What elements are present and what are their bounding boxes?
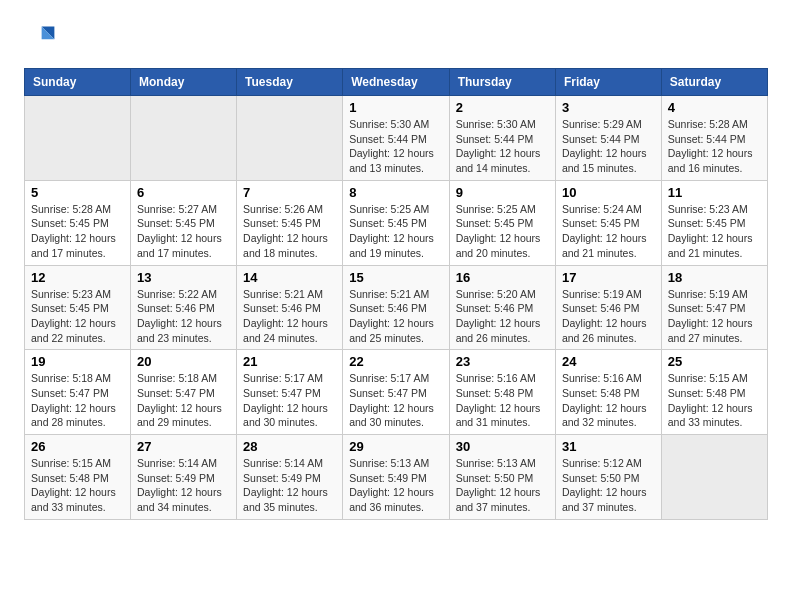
day-number: 9 <box>456 185 549 200</box>
day-info: Sunrise: 5:13 AM Sunset: 5:50 PM Dayligh… <box>456 456 549 515</box>
day-info: Sunrise: 5:16 AM Sunset: 5:48 PM Dayligh… <box>562 371 655 430</box>
calendar-cell: 4Sunrise: 5:28 AM Sunset: 5:44 PM Daylig… <box>661 96 767 181</box>
day-info: Sunrise: 5:23 AM Sunset: 5:45 PM Dayligh… <box>31 287 124 346</box>
day-info: Sunrise: 5:24 AM Sunset: 5:45 PM Dayligh… <box>562 202 655 261</box>
calendar-cell: 14Sunrise: 5:21 AM Sunset: 5:46 PM Dayli… <box>237 265 343 350</box>
calendar-cell: 23Sunrise: 5:16 AM Sunset: 5:48 PM Dayli… <box>449 350 555 435</box>
calendar-cell: 7Sunrise: 5:26 AM Sunset: 5:45 PM Daylig… <box>237 180 343 265</box>
calendar-week-row: 19Sunrise: 5:18 AM Sunset: 5:47 PM Dayli… <box>25 350 768 435</box>
day-number: 23 <box>456 354 549 369</box>
day-info: Sunrise: 5:30 AM Sunset: 5:44 PM Dayligh… <box>349 117 443 176</box>
calendar-cell: 31Sunrise: 5:12 AM Sunset: 5:50 PM Dayli… <box>555 435 661 520</box>
calendar-cell: 5Sunrise: 5:28 AM Sunset: 5:45 PM Daylig… <box>25 180 131 265</box>
day-info: Sunrise: 5:12 AM Sunset: 5:50 PM Dayligh… <box>562 456 655 515</box>
day-number: 28 <box>243 439 336 454</box>
day-number: 29 <box>349 439 443 454</box>
calendar-cell: 13Sunrise: 5:22 AM Sunset: 5:46 PM Dayli… <box>131 265 237 350</box>
calendar-cell: 12Sunrise: 5:23 AM Sunset: 5:45 PM Dayli… <box>25 265 131 350</box>
day-number: 22 <box>349 354 443 369</box>
weekday-header-monday: Monday <box>131 69 237 96</box>
day-number: 12 <box>31 270 124 285</box>
calendar-cell: 10Sunrise: 5:24 AM Sunset: 5:45 PM Dayli… <box>555 180 661 265</box>
day-number: 25 <box>668 354 761 369</box>
day-info: Sunrise: 5:28 AM Sunset: 5:45 PM Dayligh… <box>31 202 124 261</box>
day-number: 17 <box>562 270 655 285</box>
calendar-week-row: 12Sunrise: 5:23 AM Sunset: 5:45 PM Dayli… <box>25 265 768 350</box>
day-number: 6 <box>137 185 230 200</box>
calendar-cell: 8Sunrise: 5:25 AM Sunset: 5:45 PM Daylig… <box>343 180 450 265</box>
day-number: 15 <box>349 270 443 285</box>
day-info: Sunrise: 5:15 AM Sunset: 5:48 PM Dayligh… <box>31 456 124 515</box>
day-number: 7 <box>243 185 336 200</box>
calendar-cell: 1Sunrise: 5:30 AM Sunset: 5:44 PM Daylig… <box>343 96 450 181</box>
weekday-header-saturday: Saturday <box>661 69 767 96</box>
logo-icon <box>24 20 56 52</box>
day-number: 19 <box>31 354 124 369</box>
calendar-cell: 17Sunrise: 5:19 AM Sunset: 5:46 PM Dayli… <box>555 265 661 350</box>
day-info: Sunrise: 5:29 AM Sunset: 5:44 PM Dayligh… <box>562 117 655 176</box>
weekday-header-thursday: Thursday <box>449 69 555 96</box>
day-number: 13 <box>137 270 230 285</box>
day-info: Sunrise: 5:28 AM Sunset: 5:44 PM Dayligh… <box>668 117 761 176</box>
day-info: Sunrise: 5:21 AM Sunset: 5:46 PM Dayligh… <box>349 287 443 346</box>
calendar-cell: 29Sunrise: 5:13 AM Sunset: 5:49 PM Dayli… <box>343 435 450 520</box>
day-number: 30 <box>456 439 549 454</box>
weekday-header-wednesday: Wednesday <box>343 69 450 96</box>
day-number: 31 <box>562 439 655 454</box>
day-info: Sunrise: 5:22 AM Sunset: 5:46 PM Dayligh… <box>137 287 230 346</box>
logo <box>24 20 60 52</box>
day-number: 2 <box>456 100 549 115</box>
calendar-cell: 26Sunrise: 5:15 AM Sunset: 5:48 PM Dayli… <box>25 435 131 520</box>
page-header <box>24 20 768 52</box>
day-number: 18 <box>668 270 761 285</box>
calendar-week-row: 26Sunrise: 5:15 AM Sunset: 5:48 PM Dayli… <box>25 435 768 520</box>
calendar-cell: 19Sunrise: 5:18 AM Sunset: 5:47 PM Dayli… <box>25 350 131 435</box>
calendar-week-row: 1Sunrise: 5:30 AM Sunset: 5:44 PM Daylig… <box>25 96 768 181</box>
calendar-cell: 6Sunrise: 5:27 AM Sunset: 5:45 PM Daylig… <box>131 180 237 265</box>
day-info: Sunrise: 5:15 AM Sunset: 5:48 PM Dayligh… <box>668 371 761 430</box>
calendar-cell <box>237 96 343 181</box>
day-info: Sunrise: 5:25 AM Sunset: 5:45 PM Dayligh… <box>456 202 549 261</box>
day-info: Sunrise: 5:20 AM Sunset: 5:46 PM Dayligh… <box>456 287 549 346</box>
calendar-cell: 27Sunrise: 5:14 AM Sunset: 5:49 PM Dayli… <box>131 435 237 520</box>
calendar-cell: 21Sunrise: 5:17 AM Sunset: 5:47 PM Dayli… <box>237 350 343 435</box>
calendar-week-row: 5Sunrise: 5:28 AM Sunset: 5:45 PM Daylig… <box>25 180 768 265</box>
day-info: Sunrise: 5:18 AM Sunset: 5:47 PM Dayligh… <box>137 371 230 430</box>
calendar-cell: 3Sunrise: 5:29 AM Sunset: 5:44 PM Daylig… <box>555 96 661 181</box>
weekday-header-row: SundayMondayTuesdayWednesdayThursdayFrid… <box>25 69 768 96</box>
calendar-cell: 9Sunrise: 5:25 AM Sunset: 5:45 PM Daylig… <box>449 180 555 265</box>
day-number: 4 <box>668 100 761 115</box>
calendar-cell: 28Sunrise: 5:14 AM Sunset: 5:49 PM Dayli… <box>237 435 343 520</box>
day-info: Sunrise: 5:26 AM Sunset: 5:45 PM Dayligh… <box>243 202 336 261</box>
calendar-cell: 16Sunrise: 5:20 AM Sunset: 5:46 PM Dayli… <box>449 265 555 350</box>
day-number: 26 <box>31 439 124 454</box>
calendar-cell: 25Sunrise: 5:15 AM Sunset: 5:48 PM Dayli… <box>661 350 767 435</box>
day-info: Sunrise: 5:17 AM Sunset: 5:47 PM Dayligh… <box>243 371 336 430</box>
weekday-header-sunday: Sunday <box>25 69 131 96</box>
day-number: 5 <box>31 185 124 200</box>
calendar-cell: 2Sunrise: 5:30 AM Sunset: 5:44 PM Daylig… <box>449 96 555 181</box>
calendar-cell: 22Sunrise: 5:17 AM Sunset: 5:47 PM Dayli… <box>343 350 450 435</box>
calendar-cell <box>131 96 237 181</box>
day-info: Sunrise: 5:19 AM Sunset: 5:46 PM Dayligh… <box>562 287 655 346</box>
calendar-cell <box>661 435 767 520</box>
day-info: Sunrise: 5:14 AM Sunset: 5:49 PM Dayligh… <box>243 456 336 515</box>
day-info: Sunrise: 5:25 AM Sunset: 5:45 PM Dayligh… <box>349 202 443 261</box>
day-number: 3 <box>562 100 655 115</box>
calendar-cell: 18Sunrise: 5:19 AM Sunset: 5:47 PM Dayli… <box>661 265 767 350</box>
day-info: Sunrise: 5:19 AM Sunset: 5:47 PM Dayligh… <box>668 287 761 346</box>
day-number: 14 <box>243 270 336 285</box>
day-info: Sunrise: 5:16 AM Sunset: 5:48 PM Dayligh… <box>456 371 549 430</box>
calendar-cell: 30Sunrise: 5:13 AM Sunset: 5:50 PM Dayli… <box>449 435 555 520</box>
day-number: 27 <box>137 439 230 454</box>
weekday-header-friday: Friday <box>555 69 661 96</box>
day-number: 24 <box>562 354 655 369</box>
day-number: 8 <box>349 185 443 200</box>
day-info: Sunrise: 5:13 AM Sunset: 5:49 PM Dayligh… <box>349 456 443 515</box>
day-info: Sunrise: 5:27 AM Sunset: 5:45 PM Dayligh… <box>137 202 230 261</box>
day-number: 1 <box>349 100 443 115</box>
calendar-table: SundayMondayTuesdayWednesdayThursdayFrid… <box>24 68 768 520</box>
day-number: 21 <box>243 354 336 369</box>
calendar-cell: 11Sunrise: 5:23 AM Sunset: 5:45 PM Dayli… <box>661 180 767 265</box>
calendar-cell: 24Sunrise: 5:16 AM Sunset: 5:48 PM Dayli… <box>555 350 661 435</box>
